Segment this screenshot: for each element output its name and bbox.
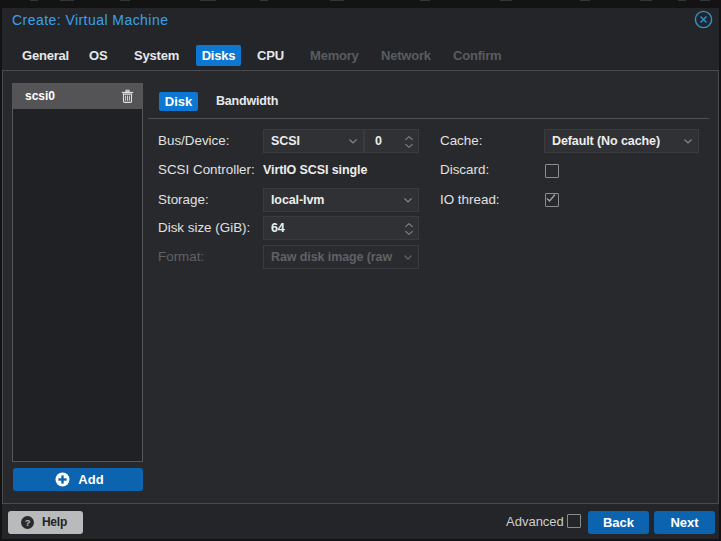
svg-text:?: ? [25, 517, 31, 528]
